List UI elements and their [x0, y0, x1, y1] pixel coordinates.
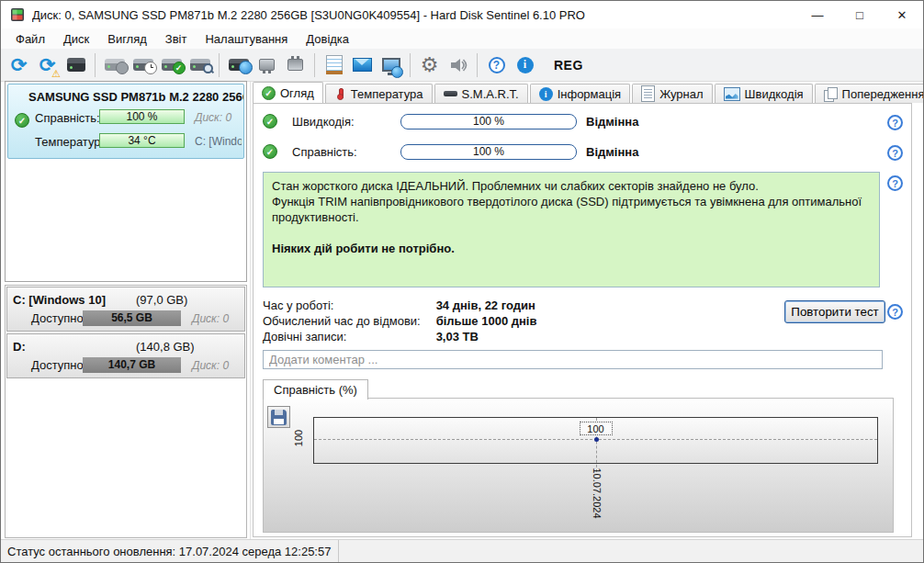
sidebar: SAMSUNG SSD PM871b M.2 2280 256GB ( Спра…	[1, 82, 251, 539]
stat-estimated-lifetime: Обчислений час до відмови: більше 1000 д…	[263, 314, 536, 330]
registration-badge: REG	[554, 58, 583, 73]
disk-schedule-icon[interactable]	[129, 51, 157, 79]
network-disk-icon[interactable]	[224, 51, 253, 79]
disk-health-bar: 100 %	[99, 109, 185, 124]
tab-performance[interactable]: Швидкодія	[715, 84, 813, 103]
overview-panel: Швидкодія: 100 % Відмінна Справність: 10…	[253, 103, 912, 537]
partition-item-d[interactable]: D: (140,8 GB) Доступно 140,7 GB Диск: 0	[6, 333, 245, 378]
status-bar: Статус останнього оновлення: 17.07.2024 …	[1, 539, 923, 562]
toolbar-separator	[477, 53, 478, 77]
tab-information[interactable]: Інформація	[530, 84, 631, 103]
partition-size: (97,0 GB)	[136, 293, 187, 307]
performance-gauge: 100 %	[400, 114, 577, 129]
refresh-icon[interactable]	[5, 51, 33, 79]
save-chart-button[interactable]	[267, 406, 290, 428]
retest-button[interactable]: Повторити тест	[784, 300, 885, 323]
window-title: Диск: 0, SAMSUNG SSD PM871b M.2 2280 256…	[32, 8, 796, 22]
partition-disk-note: Диск: 0	[192, 312, 229, 325]
tab-overview[interactable]: Огляд	[253, 82, 323, 103]
tab-temperature[interactable]: Температура	[325, 84, 433, 103]
health-value: 100 %	[401, 145, 576, 159]
retest-help-icon[interactable]	[887, 304, 903, 320]
disk-ok-status-icon	[15, 113, 29, 128]
health-help-icon[interactable]	[887, 145, 903, 161]
menu-help[interactable]: Довідка	[297, 30, 358, 48]
device-disconnect-icon[interactable]	[281, 51, 310, 79]
information-icon[interactable]	[511, 51, 539, 79]
disk-list: SAMSUNG SSD PM871b M.2 2280 256GB ( Спра…	[5, 81, 247, 282]
toolbar: REG	[1, 49, 923, 82]
status-last-update: Статус останнього оновлення: 17.07.2024 …	[1, 540, 339, 562]
disk-temp-bar: 34 °C	[99, 133, 185, 148]
settings-gear-icon[interactable]	[415, 51, 444, 79]
disk-ok-icon[interactable]	[157, 51, 186, 79]
menu-settings[interactable]: Налаштування	[196, 30, 297, 48]
refresh-warning-icon[interactable]	[33, 51, 62, 79]
stat-power-on-time: Час у роботі: 34 днів, 22 годин	[263, 298, 535, 314]
disk-health-label: Справність:	[35, 111, 100, 125]
health-gauge: 100 %	[400, 144, 577, 160]
status-message-box: Стан жорсткого диска ІДЕАЛЬНИЙ. Проблемн…	[263, 172, 880, 287]
remote-monitor-icon[interactable]	[377, 51, 405, 79]
performance-status: Відмінна	[586, 115, 638, 129]
performance-help-icon[interactable]	[887, 115, 903, 130]
thermometer-icon	[338, 88, 343, 100]
main-area: SAMSUNG SSD PM871b M.2 2280 256GB ( Спра…	[1, 82, 923, 539]
chart-data-point	[594, 437, 599, 442]
partition-free-bar: 140,7 GB	[83, 357, 181, 373]
chart-tab-health[interactable]: Справність (%)	[263, 379, 368, 400]
maximize-button[interactable]: □	[839, 1, 881, 28]
tab-smart[interactable]: S.M.A.R.T.	[434, 84, 528, 103]
hard-disk-sentinel-window: Диск: 0, SAMSUNG SSD PM871b M.2 2280 256…	[0, 0, 924, 563]
disk-analyze-icon[interactable]	[186, 51, 214, 79]
toolbar-separator	[95, 53, 96, 77]
menu-file[interactable]: Файл	[6, 30, 54, 48]
minimize-button[interactable]: —	[796, 1, 839, 28]
app-icon	[10, 7, 25, 22]
tab-log[interactable]: Журнал	[632, 84, 712, 103]
performance-row: Швидкодія: 100 % Відмінна	[263, 114, 874, 130]
partition-free-value: 140,7 GB	[83, 357, 181, 373]
partition-free-bar: 56,5 GB	[83, 310, 181, 326]
disk-offline-icon[interactable]	[100, 51, 129, 79]
health-status: Відмінна	[586, 145, 638, 159]
partition-disk-note: Диск: 0	[192, 359, 229, 372]
partition-free-label: Доступно	[31, 358, 84, 372]
chart-x-tick-date: 10.07.2024	[592, 465, 603, 522]
comment-input[interactable]	[263, 350, 883, 369]
partition-size: (140,8 GB)	[136, 340, 195, 354]
partition-list: C: [Windows 10] (97,0 GB) Доступно 56,5 …	[5, 285, 247, 538]
chart-icon	[724, 87, 740, 101]
health-row: Справність: 100 % Відмінна	[263, 144, 874, 161]
status-message-line1: Стан жорсткого диска ІДЕАЛЬНИЙ. Проблемн…	[272, 178, 871, 194]
performance-ok-icon	[263, 114, 277, 129]
mail-icon[interactable]	[348, 51, 377, 79]
sounds-icon[interactable]	[444, 51, 472, 79]
disk-item-selected[interactable]: SAMSUNG SSD PM871b M.2 2280 256GB ( Спра…	[7, 84, 244, 159]
health-chart-panel: 100 100 10.07.2024	[263, 398, 894, 533]
disk-number-note: Диск: 0	[195, 111, 231, 124]
stat-lifetime-writes: Довічні записи: 3,03 TB	[263, 330, 479, 345]
message-help-icon[interactable]	[887, 175, 903, 191]
menu-report[interactable]: Звіт	[156, 30, 197, 48]
document-icon	[641, 85, 655, 102]
menu-view[interactable]: Вигляд	[98, 30, 156, 48]
disk-title: SAMSUNG SSD PM871b M.2 2280 256GB (	[8, 84, 243, 104]
content-area: Огляд Температура S.M.A.R.T. Інформація …	[252, 82, 923, 539]
window-controls: — □ ✕	[796, 1, 923, 28]
disk-volume-note: C: [Window	[195, 135, 242, 148]
disk-icon	[444, 91, 457, 96]
menu-bar: Файл Диск Вигляд Звіт Налаштування Довід…	[1, 28, 923, 49]
chart-y-tick: 100	[293, 427, 304, 449]
close-button[interactable]: ✕	[881, 1, 923, 28]
report-icon[interactable]	[62, 51, 90, 79]
tab-alerts[interactable]: Попередження	[815, 84, 924, 103]
device-connect-icon[interactable]	[253, 51, 281, 79]
tab-bar: Огляд Температура S.M.A.R.T. Інформація …	[253, 83, 924, 103]
toolbar-separator	[314, 53, 315, 77]
pages-icon	[824, 87, 838, 101]
menu-disk[interactable]: Диск	[54, 30, 98, 48]
log-icon[interactable]	[320, 51, 348, 79]
help-icon[interactable]	[482, 51, 511, 79]
partition-item-c[interactable]: C: [Windows 10] (97,0 GB) Доступно 56,5 …	[6, 287, 245, 332]
